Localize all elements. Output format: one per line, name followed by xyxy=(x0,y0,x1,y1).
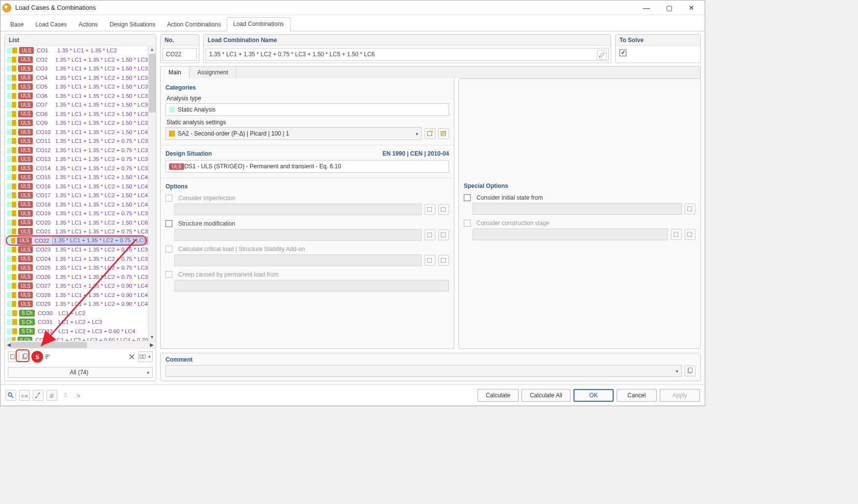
list-row-co17[interactable]: ULSCO171.35 * LC1 + 1.35 * LC2 + 1.50 * … xyxy=(5,191,148,200)
list-row-co10[interactable]: ULSCO101.35 * LC1 + 1.35 * LC2 + 1.50 * … xyxy=(5,128,148,137)
opt-critical-new-button[interactable] xyxy=(425,255,435,266)
list-row-co24[interactable]: ULSCO241.35 * LC1 + 1.35 * LC2 + 0.75 * … xyxy=(5,254,148,264)
footer-tool-1[interactable] xyxy=(5,390,16,401)
list-vertical-scrollbar[interactable]: ▲ ▼ xyxy=(148,46,156,341)
row-desc: LC1 + LC2 + LC3 + 0.60 * LC4 xyxy=(58,328,135,334)
tab-design-situations[interactable]: Design Situations xyxy=(104,18,161,31)
list-row-co15[interactable]: ULSCO151.35 * LC1 + 1.35 * LC2 + 1.50 * … xyxy=(5,173,148,182)
opt-initial-edit-button[interactable] xyxy=(685,204,695,214)
list-filter-select[interactable]: All (74) ▾ xyxy=(8,367,153,378)
list-row-co18[interactable]: ULSCO181.35 * LC1 + 1.35 * LC2 + 1.50 * … xyxy=(5,200,148,209)
tab-actions[interactable]: Actions xyxy=(72,18,103,31)
list-row-co7[interactable]: ULSCO71.35 * LC1 + 1.35 * LC2 + 1.50 * L… xyxy=(5,100,148,110)
list-row-co3[interactable]: ULSCO31.35 * LC1 + 1.35 * LC2 + 1.50 * L… xyxy=(5,64,148,73)
list-row-co13[interactable]: ULSCO131.35 * LC1 + 1.35 * LC2 + 0.75 * … xyxy=(5,155,148,164)
opt-imperfection-new-button[interactable] xyxy=(425,204,435,215)
opt-structure-edit-button[interactable] xyxy=(438,229,449,240)
tab-base[interactable]: Base xyxy=(4,18,29,31)
comment-select[interactable]: ▾ xyxy=(166,365,682,377)
list-row-co19[interactable]: ULSCO191.35 * LC1 + 1.35 * LC2 + 0.75 * … xyxy=(5,209,148,218)
window-maximize-button[interactable]: ▢ xyxy=(658,1,680,15)
new-combo-button[interactable] xyxy=(8,351,19,362)
tab-action-combinations[interactable]: Action Combinations xyxy=(161,18,227,31)
list-row-co21[interactable]: ULSCO211.35 * LC1 + 1.35 * LC2 + 0.75 * … xyxy=(5,227,148,236)
list-row-co28[interactable]: ULSCO281.35 * LC1 + 1.35 * LC2 + 0.90 * … xyxy=(5,291,148,300)
settings-new-button[interactable] xyxy=(425,128,435,139)
subtab-assignment[interactable]: Assignment xyxy=(190,67,237,78)
analysis-chip-icon xyxy=(7,138,11,144)
opt-structure-new-button[interactable] xyxy=(425,229,435,240)
list-row-co33[interactable]: S ChCO33LC1 + LC2 + LC3 + 0.60 * LC4 + 0… xyxy=(5,336,148,341)
combo-list[interactable]: ULSCO11.35 * LC1 + 1.35 * LC2ULSCO21.35 … xyxy=(5,46,148,341)
situation-chip-icon xyxy=(12,220,16,226)
list-row-co16[interactable]: ULSCO161.35 * LC1 + 1.35 * LC2 + 1.50 * … xyxy=(5,182,148,191)
footer-tool-3[interactable] xyxy=(33,390,44,401)
opt-critical-edit-button[interactable] xyxy=(438,255,449,266)
footer-tool-2[interactable]: 0.00 xyxy=(19,390,30,401)
calculate-all-button[interactable]: Calculate All xyxy=(522,389,571,402)
calculate-button[interactable]: Calculate xyxy=(477,389,519,402)
analysis-chip-icon xyxy=(7,174,11,180)
list-row-co9[interactable]: ULSCO91.35 * LC1 + 1.35 * LC2 + 1.50 * L… xyxy=(5,118,148,128)
list-horizontal-scrollbar[interactable]: ◀ ▶ xyxy=(5,341,156,348)
name-value-field[interactable]: 1.35 * LC1 + 1.35 * LC2 + 0.75 * LC3 + 1… xyxy=(206,48,609,61)
list-row-co23[interactable]: ULSCO231.35 * LC1 + 1.35 * LC2 + 0.75 * … xyxy=(5,245,148,254)
subtab-main[interactable]: Main xyxy=(160,66,190,79)
ok-button[interactable]: OK xyxy=(573,389,614,402)
option-structure-mod-row: Structure modification xyxy=(166,220,449,227)
window-minimize-button[interactable]: — xyxy=(635,1,658,15)
delete-combo-button[interactable] xyxy=(126,351,137,362)
list-row-co12[interactable]: ULSCO121.35 * LC1 + 1.35 * LC2 + 0.75 * … xyxy=(5,146,148,155)
analysis-chip-icon xyxy=(7,165,11,171)
list-row-co26[interactable]: ULSCO261.35 * LC1 + 1.35 * LC2 + 0.75 * … xyxy=(5,273,148,282)
list-row-co32[interactable]: S ChCO32LC1 + LC2 + LC3 + 0.60 * LC4 xyxy=(5,327,148,336)
row-badge: ULS xyxy=(18,228,33,235)
svg-text:0.00: 0.00 xyxy=(22,393,28,398)
opt-construction-new-button[interactable] xyxy=(671,229,682,240)
list-row-co30[interactable]: S ChCO30LC1 + LC2 xyxy=(5,309,148,318)
option-initial-state-checkbox[interactable] xyxy=(464,194,471,201)
list-row-co14[interactable]: ULSCO141.35 * LC1 + 1.35 * LC2 + 0.75 * … xyxy=(5,164,148,173)
view-mode-button[interactable]: ▼ xyxy=(138,351,153,362)
list-row-co20[interactable]: ULSCO201.35 * LC1 + 1.35 * LC2 + 1.50 * … xyxy=(5,218,148,228)
list-row-co8[interactable]: ULSCO81.35 * LC1 + 1.35 * LC2 + 1.50 * L… xyxy=(5,110,148,119)
row-badge: ULS xyxy=(18,183,33,190)
apply-button[interactable]: Apply xyxy=(660,389,700,402)
footer-tool-4[interactable] xyxy=(47,390,57,401)
option-structure-mod-checkbox[interactable] xyxy=(166,220,172,227)
name-edit-button[interactable] xyxy=(597,50,607,60)
list-row-co27[interactable]: ULSCO271.35 * LC1 + 1.35 * LC2 + 0.90 * … xyxy=(5,281,148,291)
situation-chip-icon xyxy=(12,337,16,341)
list-row-co4[interactable]: ULSCO41.35 * LC1 + 1.35 * LC2 + 1.50 * L… xyxy=(5,73,148,83)
list-row-co1[interactable]: ULSCO11.35 * LC1 + 1.35 * LC2 xyxy=(5,46,148,55)
list-row-co31[interactable]: S ChCO31LC1 + LC2 + LC3 xyxy=(5,318,148,327)
comment-title: Comment xyxy=(166,356,695,363)
list-row-co5[interactable]: ULSCO51.35 * LC1 + 1.35 * LC2 + 1.50 * L… xyxy=(5,82,148,92)
row-id: CO18 xyxy=(36,202,52,207)
window-close-button[interactable]: ✕ xyxy=(680,1,703,15)
opt-construction-edit-button[interactable] xyxy=(685,229,695,240)
no-value-field[interactable]: CO22 xyxy=(163,48,197,61)
list-row-co11[interactable]: ULSCO111.35 * LC1 + 1.35 * LC2 + 0.75 * … xyxy=(5,137,148,146)
cancel-button[interactable]: Cancel xyxy=(617,389,657,402)
footer-tool-5[interactable] xyxy=(60,390,71,401)
list-row-co2[interactable]: ULSCO21.35 * LC1 + 1.35 * LC2 + 1.50 * L… xyxy=(5,55,148,65)
opt-imperfection-edit-button[interactable] xyxy=(438,204,449,215)
to-solve-checkbox[interactable] xyxy=(620,49,626,56)
copy-combo-button[interactable] xyxy=(20,351,30,362)
row-badge: ULS xyxy=(19,47,34,54)
list-row-co29[interactable]: ULSCO291.35 * LC1 + 1.35 * LC2 + 0.90 * … xyxy=(5,299,148,309)
settings-edit-button[interactable] xyxy=(438,128,449,139)
list-row-co6[interactable]: ULSCO61.35 * LC1 + 1.35 * LC2 + 1.50 * L… xyxy=(5,92,148,101)
tab-load-cases[interactable]: Load Cases xyxy=(29,18,72,31)
static-settings-select[interactable]: SA2 - Second-order (P-Δ) | Picard | 100 … xyxy=(166,127,422,140)
list-row-co22[interactable]: ULSCO221.35 * LC1 + 1.35 * LC2 + 0.75 * … xyxy=(5,236,148,246)
comment-copy-button[interactable] xyxy=(685,366,695,376)
row-badge: ULS xyxy=(18,129,33,136)
analysis-chip-icon xyxy=(7,328,12,334)
sort-combo-button[interactable] xyxy=(42,351,53,362)
list-row-co25[interactable]: ULSCO251.35 * LC1 + 1.35 * LC2 + 0.75 * … xyxy=(5,263,148,273)
tab-load-combinations[interactable]: Load Combinations xyxy=(227,17,290,31)
row-badge: S Ch xyxy=(19,319,35,325)
footer-tool-6[interactable]: fx xyxy=(74,390,85,401)
